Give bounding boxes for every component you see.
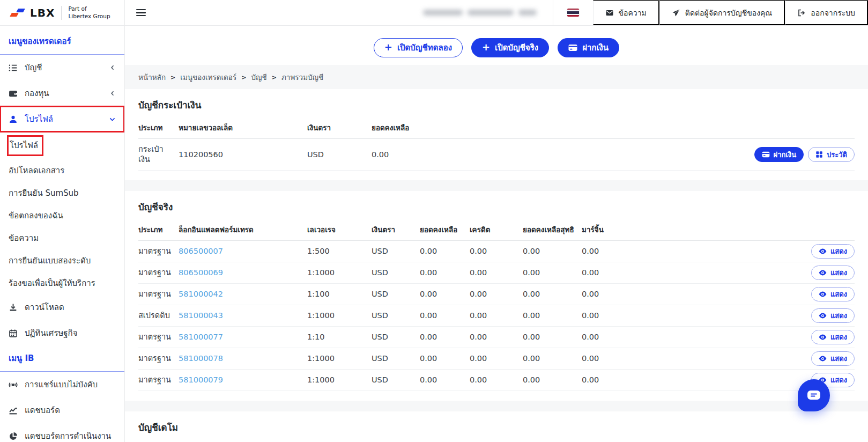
show-account-button[interactable]: แสดง <box>811 308 855 323</box>
account-leverage: 1:1000 <box>307 311 372 321</box>
referral-share-icon <box>9 380 18 389</box>
logout-button[interactable]: ออกจากระบบ <box>785 0 868 25</box>
wallet-number: 110200560 <box>179 150 307 160</box>
account-type: มาตรฐาน <box>138 289 179 299</box>
account-leverage: 1:1000 <box>307 268 372 278</box>
account-leverage: 1:1000 <box>307 375 372 385</box>
show-account-button[interactable]: แสดง <box>811 244 855 259</box>
account-currency: USD <box>372 353 420 364</box>
wallet-deposit-button[interactable]: ฝากเงิน <box>754 147 804 162</box>
breadcrumb-home[interactable]: หน้าหลัก <box>138 71 166 83</box>
logo-divider <box>61 6 62 20</box>
account-login-link[interactable]: 581000079 <box>179 375 307 385</box>
show-account-button[interactable]: แสดง <box>811 266 855 280</box>
card-icon <box>568 44 577 51</box>
breadcrumb-account-overview: ภาพรวมบัญชี <box>281 71 323 83</box>
show-account-button[interactable]: แสดง <box>811 351 855 366</box>
show-account-button[interactable]: แสดง <box>811 287 855 301</box>
account-type: มาตรฐาน <box>138 268 179 278</box>
breadcrumb-accounts[interactable]: บัญชี <box>251 71 266 83</box>
wallet-history-button[interactable]: ประวัติ <box>808 147 855 162</box>
account-login-link[interactable]: 806500007 <box>179 246 307 256</box>
deposit-button[interactable]: ฝากเงิน <box>558 38 619 57</box>
account-credit: 0.00 <box>470 246 523 256</box>
account-login-link[interactable]: 581000077 <box>179 332 307 342</box>
account-equity: 0.00 <box>523 353 582 364</box>
account-balance: 0.00 <box>420 353 470 364</box>
header-right: ข้อความ ติดต่อผู้จัดการบัญชีของคุณ ออกจา… <box>407 0 868 25</box>
account-credit: 0.00 <box>470 332 523 342</box>
brand-name: LBX <box>30 6 55 19</box>
submenu-item-upload-documents[interactable]: อัปโหลดเอกสาร <box>0 159 124 182</box>
table-row: มาตรฐาน 806500069 1:1000 USD 0.00 0.00 0… <box>138 262 855 284</box>
blurred-account-info <box>407 0 553 25</box>
account-credit: 0.00 <box>470 353 523 364</box>
list-icon <box>9 63 18 72</box>
sidebar-section-trader-menu: เมนูของเทรดเดอร์ <box>0 29 124 55</box>
account-balance: 0.00 <box>420 246 470 256</box>
sidebar-item-voluntary-sharing[interactable]: การแชร์แบบไม่บังคับ <box>0 372 124 397</box>
account-type: มาตรฐาน <box>138 246 179 256</box>
account-balance: 0.00 <box>420 375 470 385</box>
account-currency: USD <box>372 311 420 321</box>
brand-logo[interactable]: LBX Part of Libertex Group <box>0 0 125 25</box>
submenu-item-sumsub-verification[interactable]: การยืนยัน SumSub <box>0 182 124 204</box>
contact-manager-button[interactable]: ติดต่อผู้จัดการบัญชีของคุณ <box>659 0 785 25</box>
show-account-button[interactable]: แสดง <box>811 330 855 344</box>
chevron-left-icon <box>109 64 116 71</box>
account-login-link[interactable]: 581000043 <box>179 311 307 321</box>
wallet-row: กระเป๋าเงิน 110200560 USD 0.00 ฝากเงิน ป… <box>138 139 855 171</box>
account-balance: 0.00 <box>420 289 470 299</box>
open-demo-account-button[interactable]: เปิดบัญชีทดลอง <box>374 38 463 57</box>
account-margin: 0.00 <box>582 289 811 299</box>
wallet-table-header: ประเภท หมายเลขวอลเล็ต เงินตรา ยอดคงเหลือ <box>138 119 855 139</box>
account-login-link[interactable]: 581000078 <box>179 353 307 364</box>
plus-icon <box>384 43 392 52</box>
wallet-accounts-section: บัญชีกระเป๋าเงิน ประเภท หมายเลขวอลเล็ต เ… <box>125 89 868 180</box>
sidebar-item-dashboard[interactable]: แดชบอร์ด <box>0 397 124 423</box>
account-margin: 0.00 <box>582 246 811 256</box>
account-currency: USD <box>372 332 420 342</box>
open-real-account-button[interactable]: เปิดบัญชีจริง <box>471 38 549 57</box>
account-login-link[interactable]: 581000042 <box>179 289 307 299</box>
sidebar-item-funds[interactable]: กองทุน <box>0 80 124 106</box>
eye-icon <box>819 269 827 276</box>
table-row: มาตรฐาน 806500007 1:500 USD 0.00 0.00 0.… <box>138 241 855 262</box>
lbx-logo-icon <box>11 8 25 17</box>
chevron-down-icon <box>109 116 116 123</box>
section-title-wallet: บัญชีกระเป๋าเงิน <box>138 98 855 112</box>
language-selector[interactable] <box>553 0 593 25</box>
chat-bubble-icon <box>806 389 821 402</box>
account-login-link[interactable]: 806500069 <box>179 268 307 278</box>
app-window: { "brand": {"name": "LBX", "tagline1": "… <box>0 0 868 442</box>
eye-icon <box>819 312 827 319</box>
messages-button[interactable]: ข้อความ <box>593 0 659 25</box>
submenu-item-request-provider[interactable]: ร้องขอเพื่อเป็นผู้ให้บริการ <box>0 272 124 294</box>
table-row: มาตรฐาน 581000077 1:10 USD 0.00 0.00 0.0… <box>138 327 855 348</box>
account-currency: USD <box>372 246 420 256</box>
account-type: มาตรฐาน <box>138 375 179 385</box>
breadcrumb-separator <box>241 74 246 81</box>
sidebar-item-profile[interactable]: โปรไฟล์ <box>0 106 124 132</box>
sidebar-item-operations-dashboard[interactable]: แดชบอร์ดการดำเนินงาน <box>0 423 124 442</box>
account-equity: 0.00 <box>523 311 582 321</box>
submenu-item-my-agreements[interactable]: ข้อตกลงของฉัน <box>0 204 124 227</box>
account-balance: 0.00 <box>420 311 470 321</box>
sidebar-item-downloads[interactable]: ดาวน์โหลด <box>0 294 124 320</box>
breadcrumb-separator <box>170 74 175 81</box>
submenu-item-two-factor[interactable]: การยืนยันแบบสองระดับ <box>0 249 124 272</box>
chat-widget-button[interactable] <box>798 379 830 411</box>
calendar-icon <box>9 329 18 338</box>
submenu-item-profile[interactable]: โปรไฟล์ <box>0 132 124 159</box>
account-actions-bar: เปิดบัญชีทดลอง เปิดบัญชีจริง ฝากเงิน <box>125 26 868 65</box>
sidebar-item-accounts[interactable]: บัญชี <box>0 55 124 80</box>
breadcrumb: หน้าหลัก เมนูของเทรดเดอร์ บัญชี ภาพรวมบั… <box>125 65 868 89</box>
breadcrumb-trader-menu[interactable]: เมนูของเทรดเดอร์ <box>180 71 236 83</box>
brand-tagline: Part of Libertex Group <box>68 5 110 20</box>
main-content: เปิดบัญชีทดลอง เปิดบัญชีจริง ฝากเงิน หน้… <box>125 26 868 442</box>
account-type: สเปรดดิบ <box>138 311 179 321</box>
account-equity: 0.00 <box>523 246 582 256</box>
sidebar-item-economic-calendar[interactable]: ปฏิทินเศรษฐกิจ <box>0 320 124 346</box>
submenu-item-messages[interactable]: ข้อความ <box>0 227 124 249</box>
menu-toggle-button[interactable] <box>136 8 148 18</box>
